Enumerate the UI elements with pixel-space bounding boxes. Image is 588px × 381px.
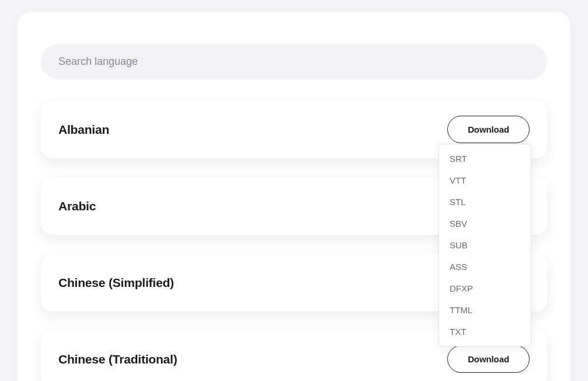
format-option-vtt[interactable]: VTT — [439, 169, 531, 191]
format-option-sub[interactable]: SUB — [439, 234, 531, 256]
language-name: Albanian — [58, 123, 109, 137]
format-dropdown: SRT VTT STL SBV SUB ASS DFXP TTML TXT — [439, 144, 531, 347]
language-name: Chinese (Simplified) — [58, 276, 174, 290]
language-name: Arabic — [58, 199, 96, 213]
format-option-txt[interactable]: TXT — [439, 321, 531, 342]
search-input[interactable] — [41, 44, 547, 79]
format-option-srt[interactable]: SRT — [439, 148, 531, 169]
format-option-stl[interactable]: STL — [439, 191, 531, 213]
format-option-ttml[interactable]: TTML — [439, 299, 531, 321]
format-option-sbv[interactable]: SBV — [439, 213, 531, 234]
format-option-dfxp[interactable]: DFXP — [439, 278, 531, 299]
download-button[interactable]: Download — [447, 116, 530, 143]
language-name: Chinese (Traditional) — [58, 352, 178, 366]
download-button[interactable]: Download — [447, 345, 530, 373]
format-option-ass[interactable]: ASS — [439, 256, 531, 278]
